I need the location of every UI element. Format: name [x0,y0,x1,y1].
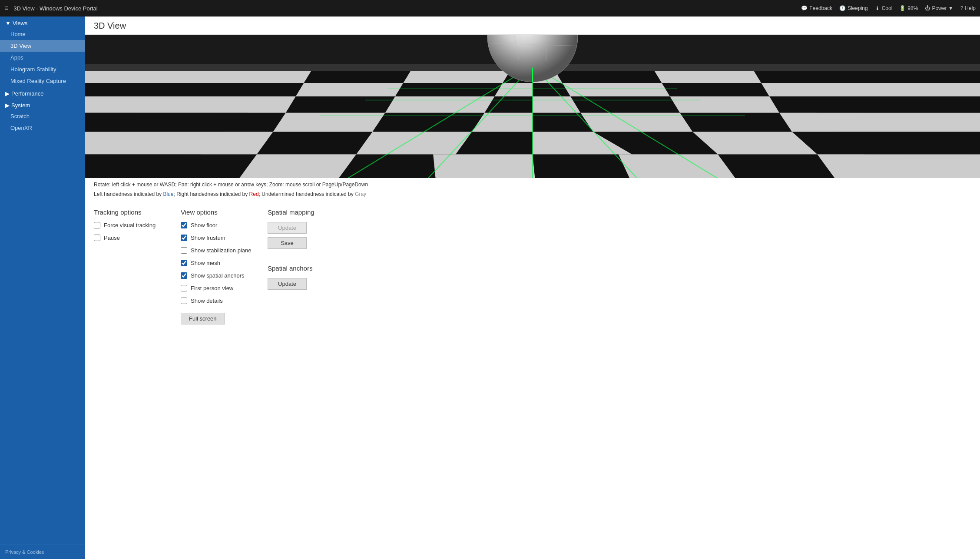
svg-marker-54 [356,132,472,154]
titlebar: ≡ 3D View - Windows Device Portal 💬 Feed… [0,0,980,17]
sidebar: ◀ ▼ Views Home 3D View Apps Hologram Sta… [0,17,85,559]
sidebar-item-apps[interactable]: Apps [0,52,85,63]
spatial-mapping-title: Spatial mapping [268,208,354,216]
window-title: 3D View - Windows Device Portal [13,5,801,12]
first-person-view-label: First person view [191,285,233,291]
show-stabilization-plane-label: Show stabilization plane [191,247,251,254]
sidebar-item-hologram-stability[interactable]: Hologram Stability [0,63,85,75]
toolbar-right: 💬 Feedback 🕐 Sleeping 🌡 Cool 🔋 98% ⏻ Pow… [801,5,976,11]
svg-marker-75 [769,96,980,112]
hint-text-2: Left handedness indicated by Blue; Right… [85,189,980,204]
spatial-anchors-update-button[interactable]: Update [268,278,307,290]
system-arrow-icon: ▶ [5,102,10,109]
show-spatial-anchors-label: Show spatial anchors [191,272,245,279]
svg-marker-89 [555,71,662,83]
show-details-label: Show details [191,298,223,304]
svg-marker-86 [403,71,510,83]
svg-marker-76 [85,83,304,96]
svg-marker-68 [85,96,296,112]
show-spatial-anchors-row[interactable]: Show spatial anchors [181,272,255,279]
force-visual-tracking-label: Force visual tracking [104,222,156,228]
pause-row[interactable]: Pause [94,235,168,241]
sidebar-section-performance[interactable]: ▶ Performance [0,87,85,99]
show-stabilization-plane-checkbox[interactable] [181,247,187,254]
show-stabilization-plane-row[interactable]: Show stabilization plane [181,247,255,254]
pause-label: Pause [104,235,120,241]
main-content: 3D View [85,17,980,559]
show-mesh-checkbox[interactable] [181,260,187,266]
svg-marker-52 [85,132,273,154]
svg-marker-78 [395,83,503,96]
show-details-checkbox[interactable] [181,298,187,304]
svg-marker-67 [779,113,980,132]
svg-marker-51 [817,154,980,178]
sidebar-collapse-button[interactable]: ◀ [83,21,85,33]
sidebar-item-home[interactable]: Home [0,28,85,40]
show-spatial-anchors-checkbox[interactable] [181,272,187,279]
hint-text-1: Rotate: left click + mouse or WASD; Pan:… [85,178,980,189]
feedback-btn[interactable]: 💬 Feedback [801,5,832,11]
svg-marker-60 [85,113,286,132]
svg-marker-59 [792,132,980,154]
sidebar-item-openxr[interactable]: OpenXR [0,122,85,134]
spatial-mapping-update-button[interactable]: Update [268,222,307,234]
options-area: Tracking options Force visual tracking P… [85,204,980,333]
pause-checkbox[interactable] [94,235,100,241]
show-frustum-checkbox[interactable] [181,235,187,241]
performance-arrow-icon: ▶ [5,90,10,97]
svg-marker-81 [563,83,670,96]
viewport-container[interactable] [85,35,980,178]
svg-marker-83 [761,83,980,96]
privacy-cookies-link[interactable]: Privacy & Cookies [0,545,85,559]
force-visual-tracking-row[interactable]: Force visual tracking [94,222,168,228]
help-btn[interactable]: ? Help [960,5,976,11]
svg-marker-82 [662,83,770,96]
svg-marker-91 [754,71,980,83]
force-visual-tracking-checkbox[interactable] [94,222,100,228]
svg-marker-77 [296,83,404,96]
power-btn[interactable]: ⏻ Power ▼ [925,5,953,11]
cool-btn[interactable]: 🌡 Cool [875,5,893,11]
svg-marker-48 [533,154,632,178]
sidebar-item-scratch[interactable]: Scratch [0,110,85,122]
first-person-view-row[interactable]: First person view [181,285,255,291]
3d-viewport[interactable] [85,35,980,178]
tracking-options-title: Tracking options [94,208,168,216]
show-floor-row[interactable]: Show floor [181,222,255,228]
spatial-anchors-title: Spatial anchors [268,265,354,272]
page-title: 3D View [85,17,980,35]
views-arrow-icon: ▼ [5,20,11,26]
battery-btn[interactable]: 🔋 98% [899,5,918,11]
svg-marker-50 [718,154,838,178]
show-details-row[interactable]: Show details [181,298,255,304]
tracking-options-col: Tracking options Force visual tracking P… [94,208,181,247]
svg-marker-49 [619,154,738,178]
svg-marker-47 [433,154,535,178]
show-frustum-row[interactable]: Show frustum [181,235,255,241]
spatial-mapping-save-button[interactable]: Save [268,237,307,249]
sidebar-item-mixed-reality-capture[interactable]: Mixed Reality Capture [0,75,85,87]
svg-marker-90 [655,71,761,83]
first-person-view-checkbox[interactable] [181,285,187,291]
sidebar-item-3dview[interactable]: 3D View [0,40,85,52]
svg-marker-44 [85,154,257,178]
fullscreen-button[interactable]: Full screen [181,313,225,324]
svg-marker-53 [257,132,372,154]
svg-marker-69 [286,96,395,112]
view-options-col: View options Show floor Show frustum Sho… [181,208,268,324]
hamburger-menu[interactable]: ≡ [4,4,8,12]
show-floor-checkbox[interactable] [181,222,187,228]
show-mesh-row[interactable]: Show mesh [181,260,255,266]
view-options-title: View options [181,208,255,216]
show-mesh-label: Show mesh [191,260,220,266]
sidebar-section-system[interactable]: ▶ System [0,99,85,110]
svg-marker-84 [85,71,311,83]
show-frustum-label: Show frustum [191,235,225,241]
sleeping-btn[interactable]: 🕐 Sleeping [839,5,868,11]
svg-marker-45 [237,154,357,178]
show-floor-label: Show floor [191,222,217,228]
spatial-mapping-col: Spatial mapping Update Save Spatial anch… [268,208,354,293]
sidebar-section-views[interactable]: ▼ Views [0,17,85,28]
svg-marker-74 [670,96,779,112]
svg-marker-85 [304,71,411,83]
